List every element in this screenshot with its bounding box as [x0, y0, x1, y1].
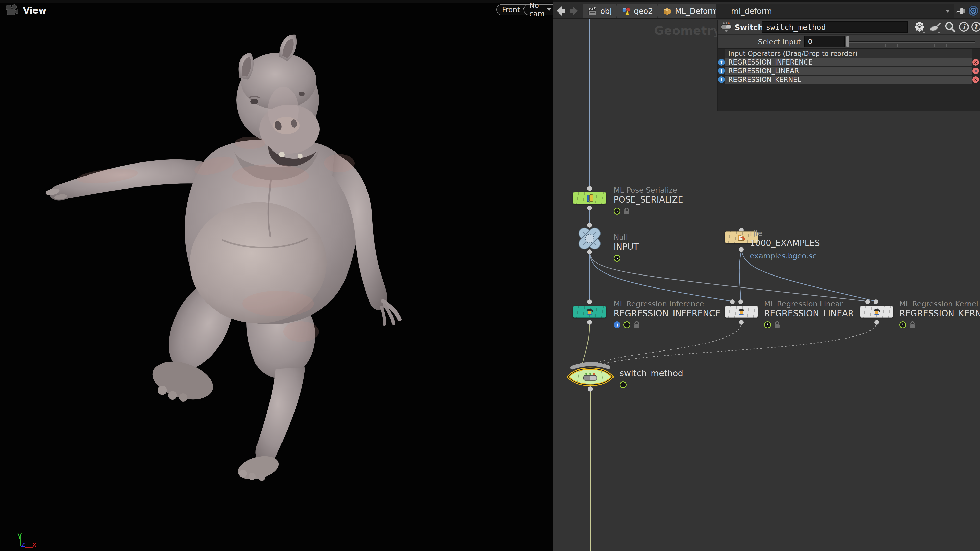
axis-x-line [25, 547, 33, 548]
operator-name[interactable]: REGRESSION_INFERENCE [725, 58, 972, 66]
lock-badge-icon [774, 321, 780, 328]
cook-pan-icon[interactable] [928, 21, 941, 33]
move-up-icon[interactable]: ↑ [718, 76, 725, 83]
slider-tick [910, 44, 910, 47]
node-regression-kernel[interactable] [860, 306, 894, 318]
breadcrumb-item-obj[interactable]: obj [583, 4, 620, 18]
slider-tick [922, 44, 922, 47]
info-icon[interactable]: i [959, 22, 969, 32]
parameter-header: Switch [718, 20, 980, 35]
ml-regression-icon [585, 307, 594, 316]
time-dependent-badge-icon [614, 208, 620, 214]
slider-tick [934, 44, 935, 47]
operator-name[interactable]: REGRESSION_KERNEL [725, 76, 972, 84]
slider-tick [897, 44, 898, 47]
node-pose-serialize[interactable] [573, 192, 606, 204]
viewport-3d[interactable]: View Front No cam [0, 0, 553, 551]
node-regression-linear[interactable] [724, 306, 758, 318]
node-type-label: ML Regression Linear [764, 300, 854, 308]
node-connectors[interactable] [587, 186, 879, 392]
node-file-path[interactable]: examples.bgeo.sc [750, 251, 820, 260]
move-up-icon[interactable]: ↑ [718, 68, 725, 74]
parameter-panel: Switch [718, 20, 980, 111]
radar-link-icon[interactable] [967, 5, 980, 17]
slider-tick [946, 44, 947, 47]
node-type-label: File [750, 229, 820, 238]
geometry-primitives-icon [621, 6, 631, 16]
node-name-label[interactable]: 1000_EXAMPLES [750, 238, 820, 248]
back-arrow-button[interactable] [555, 5, 566, 17]
lock-badge-icon [909, 321, 916, 328]
network-editor-pane: obj geo2 [553, 0, 980, 551]
slider-tick [959, 44, 959, 47]
switch-node-icon [720, 21, 733, 33]
time-dependent-badge-icon [614, 255, 620, 262]
time-dependent-badge-icon [620, 381, 627, 388]
houdini-app: View Front No cam [0, 0, 980, 551]
wire-kernel-to-switch[interactable] [603, 322, 877, 364]
wire-inference-to-switch[interactable] [582, 322, 590, 364]
info-badge-icon: i [614, 321, 620, 328]
gear-menu-icon[interactable] [913, 21, 926, 33]
node-name-label[interactable]: switch_method [620, 368, 683, 379]
breadcrumb-label: geo2 [634, 6, 653, 16]
search-icon[interactable] [944, 21, 956, 33]
node-name-label[interactable]: REGRESSION_INFERENCE [614, 308, 721, 319]
current-node-dropdown[interactable]: ml_deform [716, 4, 954, 18]
wire-linear-to-switch[interactable] [596, 322, 741, 363]
select-input-field[interactable] [804, 36, 845, 47]
node-type-label: ML Pose Serialize [614, 186, 683, 194]
move-up-icon[interactable]: ↑ [718, 59, 725, 65]
forward-arrow-button[interactable] [568, 5, 580, 17]
breadcrumb-item-geo2[interactable]: geo2 [617, 4, 661, 18]
slider-tick [873, 44, 873, 47]
input-operators-list: Input Operators (Drag/Drop to reorder) ↑… [718, 48, 980, 111]
node-name-label[interactable]: INPUT [614, 241, 639, 252]
breadcrumb-label: obj [600, 6, 612, 16]
slider-handle[interactable] [846, 36, 850, 47]
node-name-label[interactable]: REGRESSION_KERNEL [899, 308, 980, 319]
ml-regression-icon [872, 307, 881, 316]
node-name-label[interactable]: REGRESSION_LINEAR [764, 308, 854, 319]
operator-row[interactable]: ↑ REGRESSION_KERNEL ✕ [718, 76, 980, 84]
time-dependent-badge-icon [764, 321, 771, 328]
ml-regression-icon [737, 307, 746, 316]
node-type-label: ML Regression Inference [614, 300, 721, 308]
delete-icon[interactable]: ✕ [972, 76, 979, 83]
wire-input-to-linear[interactable] [590, 252, 732, 301]
axis-y-line [20, 536, 21, 546]
operator-row[interactable]: ↑ REGRESSION_LINEAR ✕ [718, 67, 980, 75]
time-dependent-badge-icon [899, 321, 906, 328]
operator-name[interactable]: REGRESSION_LINEAR [725, 67, 972, 75]
pin-pane-icon[interactable] [955, 5, 967, 17]
node-switch-method[interactable] [566, 360, 614, 389]
time-dependent-badge-icon [624, 321, 630, 328]
slider-tick [861, 44, 861, 47]
delete-icon[interactable]: ✕ [972, 68, 979, 74]
select-input-label: Select Input [718, 38, 801, 46]
slider-groove[interactable] [850, 41, 975, 43]
axis-y-label: y [18, 530, 22, 540]
node-name-label[interactable]: POSE_SERIALIZE [614, 194, 683, 205]
help-icon[interactable]: ? [971, 22, 980, 32]
lock-badge-icon [624, 208, 630, 214]
wire-file-to-linear[interactable] [739, 250, 741, 301]
file-folder-icon [737, 233, 746, 242]
node-type-title: Switch [735, 23, 763, 32]
ml-pose-serialize-icon [585, 193, 594, 203]
delete-icon[interactable]: ✕ [972, 59, 979, 65]
input-operators-header: Input Operators (Drag/Drop to reorder) [725, 49, 972, 58]
slider-tick [971, 44, 971, 47]
slider-tick [885, 44, 886, 47]
axis-z-label: z [21, 540, 25, 549]
scene-clapperboard-icon [587, 6, 597, 16]
current-node-label: ml_deform [731, 6, 772, 16]
node-name-field[interactable] [762, 21, 907, 33]
lock-badge-icon [633, 321, 640, 328]
chevron-down-icon [945, 10, 950, 13]
creature-model-render [0, 0, 553, 551]
node-input-null[interactable] [576, 224, 604, 252]
node-regression-inference[interactable] [573, 306, 606, 318]
operator-row[interactable]: ↑ REGRESSION_INFERENCE ✕ [718, 58, 980, 66]
node-type-label: Null [614, 233, 639, 241]
